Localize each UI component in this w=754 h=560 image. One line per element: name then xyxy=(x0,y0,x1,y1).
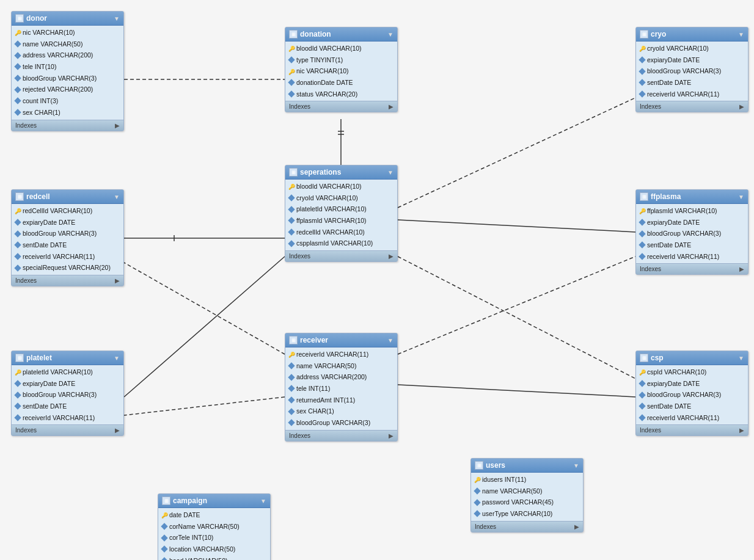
field-name: head VARCHAR(50) xyxy=(169,556,228,560)
diamond-icon xyxy=(639,380,645,387)
field-row: corName VARCHAR(50) xyxy=(158,521,270,533)
svg-line-9 xyxy=(398,256,635,379)
field-name: specialRequest VARCHAR(20) xyxy=(23,263,111,272)
key-icon: 🔑 xyxy=(639,369,645,375)
field-name: name VARCHAR(50) xyxy=(482,487,542,496)
table-receiver: ⊞receiver▼🔑receiverId VARCHAR(11)name VA… xyxy=(285,333,398,442)
table-header-platelet: ⊞platelet▼ xyxy=(12,351,123,365)
diamond-icon xyxy=(288,217,295,224)
indexes-label: Indexes xyxy=(289,432,310,439)
dropdown-arrow-icon[interactable]: ▼ xyxy=(387,337,393,344)
field-row: expiaryDate DATE xyxy=(636,378,748,390)
field-row: returnedAmt INT(11) xyxy=(285,395,397,406)
dropdown-arrow-icon[interactable]: ▼ xyxy=(738,355,744,362)
table-grid-icon: ⊞ xyxy=(162,496,170,505)
field-name: redcellId VARCHAR(10) xyxy=(296,228,365,237)
table-header-cryo: ⊞cryo▼ xyxy=(636,27,748,42)
diamond-icon xyxy=(639,414,645,421)
field-row: tele INT(11) xyxy=(285,383,397,395)
svg-line-12 xyxy=(398,385,635,397)
table-title-donor: donor xyxy=(26,14,47,23)
table-footer-donation[interactable]: Indexes▶ xyxy=(285,101,397,112)
table-csp: ⊞csp▼🔑cspId VARCHAR(10)expiaryDate DATEb… xyxy=(635,351,749,436)
field-name: cryoId VARCHAR(10) xyxy=(296,194,358,203)
dropdown-arrow-icon[interactable]: ▼ xyxy=(114,355,120,362)
table-footer-platelet[interactable]: Indexes▶ xyxy=(12,424,123,435)
dropdown-arrow-icon[interactable]: ▼ xyxy=(738,31,744,38)
dropdown-arrow-icon[interactable]: ▼ xyxy=(114,15,120,22)
field-name: name VARCHAR(50) xyxy=(296,362,356,371)
diamond-icon xyxy=(288,90,295,97)
field-row: name VARCHAR(50) xyxy=(471,485,583,497)
table-header-users: ⊞users▼ xyxy=(471,459,583,473)
field-row: bloodGroup VARCHAR(3) xyxy=(636,228,748,239)
field-name: corTele INT(10) xyxy=(169,533,213,542)
table-footer-donor[interactable]: Indexes▶ xyxy=(12,120,123,131)
dropdown-arrow-icon[interactable]: ▼ xyxy=(260,498,266,504)
field-row: sentDate DATE xyxy=(12,239,123,251)
field-name: count INT(3) xyxy=(23,96,58,106)
field-name: cspId VARCHAR(10) xyxy=(647,368,706,377)
field-row: bloodGroup VARCHAR(3) xyxy=(636,389,748,401)
field-row: rejected VARCHAR(200) xyxy=(12,84,123,95)
diamond-icon xyxy=(14,391,21,398)
field-row: sex CHAR(1) xyxy=(12,107,123,118)
key-icon: 🔑 xyxy=(15,208,21,214)
field-row: bloodGroup VARCHAR(3) xyxy=(12,389,123,401)
svg-line-7 xyxy=(398,220,635,232)
table-footer-cryo[interactable]: Indexes▶ xyxy=(636,101,748,112)
table-fields-redcell: 🔑redCellId VARCHAR(10)expiaryDate DATEbl… xyxy=(12,204,123,275)
key-icon: 🔑 xyxy=(639,208,645,214)
diamond-icon xyxy=(288,420,295,426)
table-grid-icon: ⊞ xyxy=(15,14,24,23)
diamond-icon xyxy=(474,499,480,506)
field-name: bloodGroup VARCHAR(3) xyxy=(647,390,721,399)
field-name: receiverId VARCHAR(11) xyxy=(23,252,95,261)
table-title-platelet: platelet xyxy=(26,354,52,362)
table-fields-platelet: 🔑plateletId VARCHAR(10)expiaryDate DATEb… xyxy=(12,365,123,424)
field-row: redcellId VARCHAR(10) xyxy=(285,227,397,238)
field-row: sentDate DATE xyxy=(636,401,748,412)
field-name: sentDate DATE xyxy=(647,78,691,87)
key-icon: 🔑 xyxy=(474,476,480,482)
key-icon: 🔑 xyxy=(639,45,645,51)
table-footer-ffplasma[interactable]: Indexes▶ xyxy=(636,263,748,274)
field-row: userType VARCHAR(10) xyxy=(471,508,583,520)
dropdown-arrow-icon[interactable]: ▼ xyxy=(738,194,744,200)
dropdown-arrow-icon[interactable]: ▼ xyxy=(387,169,393,176)
field-row: receiverId VARCHAR(11) xyxy=(636,251,748,263)
table-donor: ⊞donor▼🔑nic VARCHAR(10)name VARCHAR(50)a… xyxy=(11,11,124,131)
indexes-label: Indexes xyxy=(15,427,37,434)
table-title-campaign: campaign xyxy=(173,496,207,505)
field-name: cryoId VARCHAR(10) xyxy=(647,44,709,53)
table-footer-seperations[interactable]: Indexes▶ xyxy=(285,250,397,261)
diamond-icon xyxy=(639,56,645,63)
field-row: tele INT(10) xyxy=(12,61,123,73)
diamond-icon xyxy=(14,64,21,70)
table-footer-users[interactable]: Indexes▶ xyxy=(471,521,583,532)
table-header-donor: ⊞donor▼ xyxy=(12,12,123,26)
table-header-campaign: ⊞campaign▼ xyxy=(158,494,270,508)
dropdown-arrow-icon[interactable]: ▼ xyxy=(573,462,579,469)
field-name: receiverId VARCHAR(11) xyxy=(23,413,95,423)
field-row: 🔑cryoId VARCHAR(10) xyxy=(636,43,748,54)
field-name: expiaryDate DATE xyxy=(647,218,700,227)
field-name: tele INT(10) xyxy=(23,62,56,71)
table-footer-redcell[interactable]: Indexes▶ xyxy=(12,275,123,286)
table-footer-csp[interactable]: Indexes▶ xyxy=(636,424,748,435)
table-footer-receiver[interactable]: Indexes▶ xyxy=(285,430,397,441)
field-row: receiverId VARCHAR(11) xyxy=(636,89,748,100)
indexes-label: Indexes xyxy=(475,523,496,530)
table-fields-donor: 🔑nic VARCHAR(10)name VARCHAR(50)address … xyxy=(12,26,123,120)
table-redcell: ⊞redcell▼🔑redCellId VARCHAR(10)expiaryDa… xyxy=(11,189,124,286)
field-row: 🔑idusers INT(11) xyxy=(471,474,583,485)
field-name: bloodId VARCHAR(10) xyxy=(296,44,362,53)
table-grid-icon: ⊞ xyxy=(640,192,648,201)
dropdown-arrow-icon[interactable]: ▼ xyxy=(387,31,393,38)
dropdown-arrow-icon[interactable]: ▼ xyxy=(114,194,120,200)
field-row: bloodGroup VARCHAR(3) xyxy=(12,73,123,84)
diamond-icon xyxy=(288,396,295,403)
field-row: receiverId VARCHAR(11) xyxy=(636,412,748,424)
diamond-icon xyxy=(639,90,645,97)
svg-line-13 xyxy=(398,256,635,354)
